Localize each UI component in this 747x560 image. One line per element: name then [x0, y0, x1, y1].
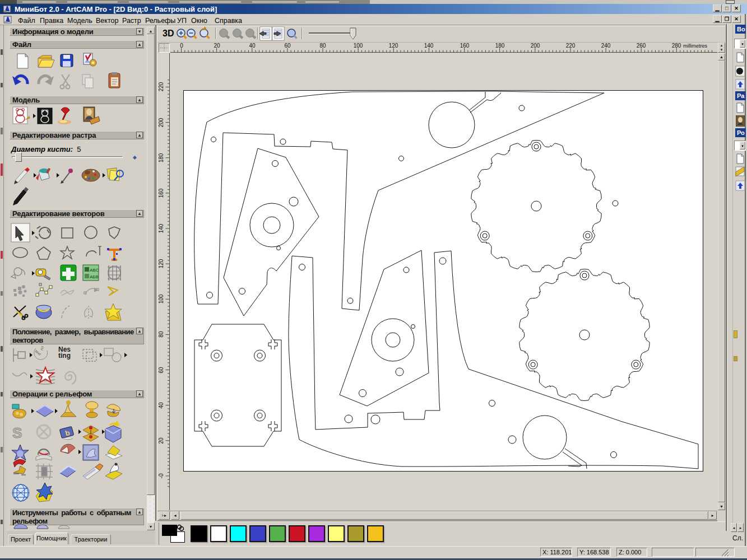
svg-text:140: 140 — [424, 43, 434, 49]
svg-text:160: 160 — [460, 43, 470, 49]
svg-text:20: 20 — [214, 43, 220, 49]
svg-text:180: 180 — [158, 153, 164, 162]
svg-text:220: 220 — [566, 43, 576, 49]
svg-text:120: 120 — [158, 259, 164, 268]
svg-text:200: 200 — [531, 43, 540, 49]
svg-text:240: 240 — [601, 43, 611, 49]
svg-text:260: 260 — [637, 43, 646, 49]
svg-text:0: 0 — [180, 43, 183, 49]
svg-text:millimetres: millimetres — [683, 43, 708, 49]
svg-text:40: 40 — [158, 402, 164, 409]
svg-text:120: 120 — [389, 43, 398, 49]
svg-text:80: 80 — [319, 43, 326, 49]
svg-text:180: 180 — [495, 43, 505, 49]
svg-text:200: 200 — [158, 118, 164, 127]
svg-text:20: 20 — [158, 437, 164, 444]
svg-text:160: 160 — [158, 188, 164, 198]
svg-text:140: 140 — [158, 223, 164, 233]
svg-text:280: 280 — [672, 43, 681, 49]
svg-text:40: 40 — [249, 43, 256, 49]
svg-text:60: 60 — [158, 367, 164, 374]
svg-text:80: 80 — [158, 331, 164, 338]
svg-text:100: 100 — [354, 43, 363, 49]
svg-text:60: 60 — [284, 43, 291, 49]
svg-text:220: 220 — [158, 82, 164, 91]
svg-text:100: 100 — [158, 294, 164, 304]
svg-text:-0: -0 — [158, 473, 164, 478]
